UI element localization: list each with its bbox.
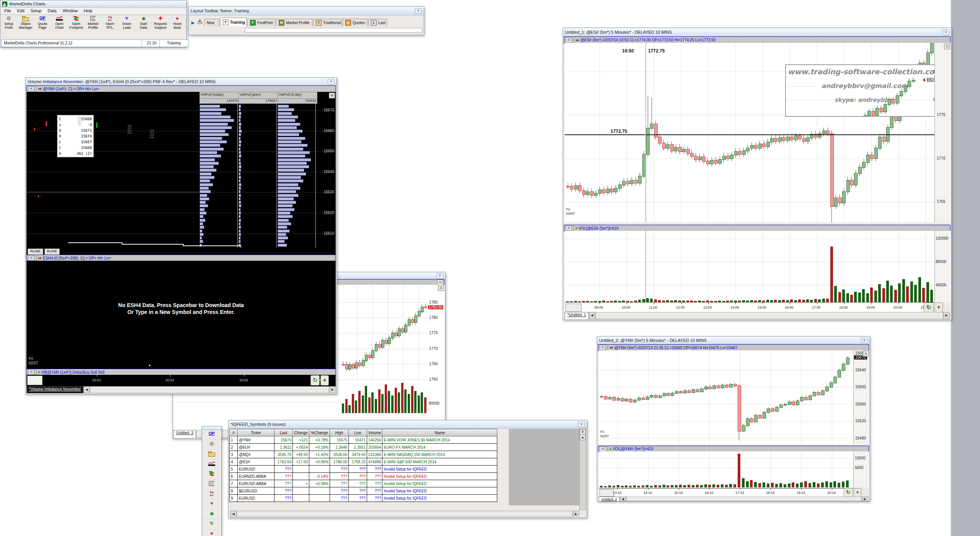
zoom-in-button[interactable]: + [320, 375, 329, 386]
ticker-cell[interactable]: @ES# [238, 458, 274, 466]
splitter-icon[interactable]: ✛ [580, 429, 586, 435]
rline-tab[interactable]: RLINE [28, 248, 43, 255]
menu-help[interactable]: Help [81, 8, 96, 14]
untitled1-titlebar[interactable]: Untitled_1: @ES# (5m*) 5 Minutes* - DELA… [563, 28, 951, 37]
crosshair-vline[interactable] [645, 43, 646, 222]
scroll-right-icon[interactable]: ▶ [862, 497, 868, 501]
toolbar-button-open-rtl[interactable]: +x=÷OpenRTL [101, 15, 118, 29]
autoscale-button[interactable]: A [437, 279, 443, 285]
toolbar-button-setup-prefs[interactable]: ⚙SetupPrefs [0, 15, 17, 29]
menu-window[interactable]: Window [60, 8, 81, 14]
manual-scale-button[interactable]: M [329, 93, 335, 98]
refresh-button[interactable]: ↻ [924, 302, 934, 312]
menu-setup[interactable]: Setup [28, 8, 45, 14]
side-toolbar-button-folder[interactable] [202, 450, 221, 460]
cell[interactable]: 5 [230, 466, 238, 473]
scroll-left-icon[interactable]: ◀ [589, 312, 595, 319]
close-pane-icon[interactable]: ✕ [28, 369, 34, 375]
tab-untitled2[interactable]: Untitled_2 [599, 497, 620, 501]
toolbar-button-heart-beat[interactable]: ♥HeartBeat [169, 15, 186, 29]
cell[interactable]: 3 [230, 451, 238, 458]
untitled1-price-axis[interactable]: 177517701765A [934, 43, 951, 222]
toolbar-button-down-load[interactable]: ▼DownLoad [118, 15, 135, 29]
menu-data[interactable]: Data [44, 8, 59, 14]
ticker-cell[interactable]: @NQ# [238, 451, 274, 458]
scroll-left-icon[interactable]: ◀ [230, 511, 237, 516]
scroll-right-icon[interactable]: ▶ [943, 312, 950, 319]
scroll-right-icon[interactable]: ▶ [573, 511, 579, 516]
side-toolbar-button-qp[interactable]: QP [202, 430, 221, 440]
close-pane-icon[interactable]: ✕ [28, 255, 34, 261]
new-layout-icon[interactable] [196, 19, 203, 26]
untitled1-hscroll-track[interactable] [595, 312, 943, 319]
tab-untitled3[interactable]: Untitled_3 [173, 430, 196, 438]
layout-tab-traditional[interactable]: TTraditional [313, 19, 342, 26]
iqfeed-vscrollbar[interactable]: ✛ ▲ [579, 429, 586, 510]
tab-volume-imbalance[interactable]: *Volume Imbalance November [26, 386, 83, 393]
untitled2-titlebar[interactable]: Untitled_2: @YM# (5m*) 5 Minutes* - DELA… [597, 337, 870, 345]
column-header-h[interactable]: # [230, 429, 238, 436]
ticker-cell[interactable]: EURUSD [238, 466, 274, 473]
ticker-cell[interactable]: $EURUSD [238, 487, 274, 495]
column-header-volume[interactable]: Volume [367, 429, 382, 436]
side-toolbar-button-heart[interactable]: ♥ [202, 529, 221, 536]
layout-tab-market-profile[interactable]: MMarket Profile [276, 19, 312, 26]
iqfeed-hscroll-track[interactable] [237, 511, 573, 516]
side-toolbar-grip[interactable] [202, 427, 221, 430]
vi-titlebar[interactable]: Volume Imbalance November: @YM# (1x4*), … [26, 78, 336, 86]
toolbar-button-request-support[interactable]: ✚RequestSupport [152, 15, 169, 29]
autoscale-button[interactable]: A [863, 351, 869, 356]
close-icon[interactable]: ✕ [436, 273, 443, 279]
side-toolbar-button-rtl[interactable]: +x=÷ [202, 490, 221, 500]
close-pane-icon[interactable]: ✕ [565, 226, 572, 231]
autoscale-button[interactable]: A [944, 44, 950, 49]
zoom-in-button[interactable]: + [854, 488, 861, 497]
ticker-cell[interactable]: EURUSD [238, 495, 274, 502]
toolbar-button-market-profile[interactable]: MarketProfile [85, 15, 101, 29]
layout-toolbar-titlebar[interactable]: Layout Toolbar. Name: Training. ✕ [189, 7, 424, 15]
cell[interactable]: 2 [230, 444, 238, 451]
column-header-change[interactable]: Change [293, 429, 309, 436]
autoscale-button[interactable]: A [438, 285, 444, 291]
ticker-cell[interactable]: EURUSD.ABBA [238, 480, 274, 487]
side-toolbar-button-profile[interactable] [202, 480, 221, 490]
zoom-in-button[interactable]: + [934, 302, 943, 312]
scroll-left-icon[interactable]: ◀ [620, 497, 626, 501]
column-header-last[interactable]: Last [274, 429, 293, 436]
column-header-hchange[interactable]: %Change [309, 429, 330, 436]
close-icon[interactable]: ✕ [861, 338, 868, 343]
close-icon[interactable]: ✕ [328, 79, 335, 85]
close-icon[interactable]: ✕ [415, 8, 422, 14]
side-toolbar-button-footprint[interactable] [202, 470, 221, 480]
scroll-up-icon[interactable]: ▲ [580, 435, 586, 440]
menu-edit[interactable]: Edit [14, 8, 28, 14]
close-pane-icon[interactable]: ✕ [599, 345, 606, 350]
tab-untitled1[interactable]: *Untitled_1 [565, 312, 589, 319]
toolbar-button-quote-page[interactable]: QPQuotePage [34, 15, 51, 29]
column-header-name[interactable]: Name [382, 429, 497, 436]
column-header-high[interactable]: High [330, 429, 349, 436]
layout-tab-new[interactable]: New [204, 19, 219, 26]
scroll-left-icon[interactable]: ◀ [83, 386, 90, 393]
ticker-cell[interactable]: EURNZD.ABBA [238, 473, 274, 480]
ticker-cell[interactable]: @EU# [238, 444, 274, 451]
cell[interactable]: 8 [230, 487, 238, 495]
layout-tab-training[interactable]: TTraining [220, 18, 247, 26]
layout-tab-footprint[interactable]: FFootPrint [247, 19, 275, 26]
play-icon[interactable]: ▶ [190, 19, 196, 26]
menu-file[interactable]: File [1, 8, 14, 14]
side-toolbar-button-start[interactable]: ◉ [202, 510, 221, 520]
toolbar-button-object-manager[interactable]: ObjectManager [17, 15, 34, 29]
side-toolbar-button-refresh[interactable]: ↻ [202, 520, 221, 529]
close-icon[interactable]: ✕ [942, 29, 949, 35]
toolbar-button-start-data[interactable]: ◉StartData [135, 15, 152, 29]
main-titlebar[interactable]: MarketDelta Charts [0, 0, 186, 8]
layout-tab-last[interactable]: LLast [368, 19, 387, 26]
cell[interactable]: 7 [230, 480, 238, 487]
layout-tab-quotes[interactable]: QQuotes [343, 19, 368, 26]
iqfeed-titlebar[interactable]: *IQFEED_Symbols (9 issues) ✕ [229, 420, 587, 428]
rline-tab[interactable]: RLINE [44, 248, 60, 255]
refresh-button[interactable]: ↻ [844, 488, 853, 497]
column-header-ticker[interactable]: Ticker [238, 429, 274, 436]
close-pane-icon[interactable]: ✕ [599, 446, 606, 452]
